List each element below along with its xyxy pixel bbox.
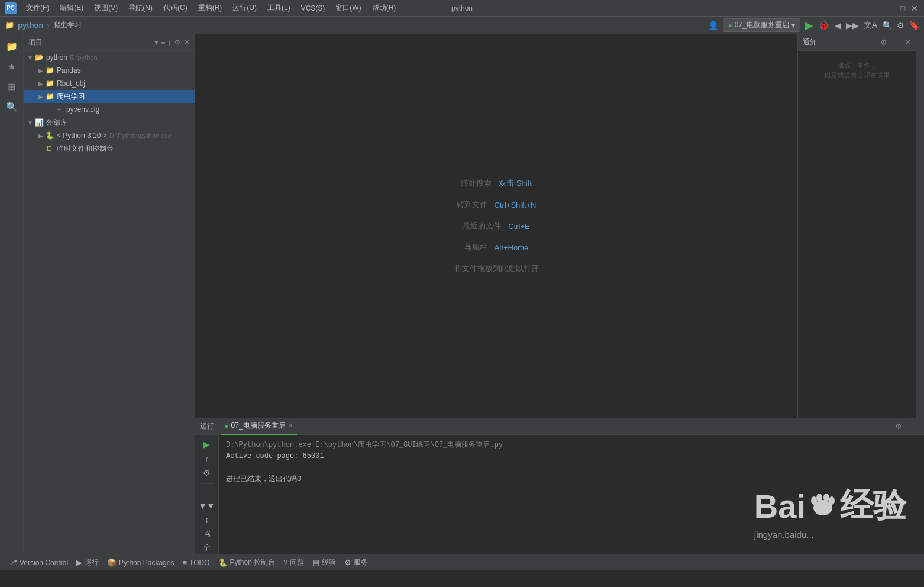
folder-icon: 📁: [45, 66, 54, 75]
hint-text: 最近的文件: [463, 221, 501, 231]
menu-view[interactable]: 视图(V): [89, 1, 122, 15]
hint-key[interactable]: 双击 Shift: [499, 178, 532, 189]
run-clear-button[interactable]: 🗑: [200, 542, 214, 554]
maximize-button[interactable]: □: [898, 4, 907, 13]
run-minimize-icon[interactable]: —: [912, 422, 919, 431]
menu-vcs[interactable]: VCS(S): [296, 2, 330, 14]
breadcrumb-item: 爬虫学习: [53, 20, 82, 30]
menu-file[interactable]: 文件(F): [21, 1, 54, 15]
panel-close[interactable]: ✕: [183, 38, 190, 47]
run-filter-button[interactable]: ▼▼: [200, 500, 214, 512]
run-config-selector[interactable]: ● 07_电脑服务重启 ▾: [723, 18, 800, 32]
statusbar-python-packages[interactable]: 📦 Python Packages: [104, 554, 177, 571]
search-icon[interactable]: 🔍: [882, 21, 892, 30]
hint-text: 随处搜索: [461, 178, 492, 189]
statusbar-experience-label: 经验: [322, 557, 336, 567]
run-tab-icon: ●: [224, 422, 228, 430]
hint-recent-files: 最近的文件 Ctrl+E: [463, 221, 529, 231]
run-up-button[interactable]: ↑: [200, 453, 214, 465]
toolbar-right: 👤 ● 07_电脑服务重启 ▾ ▶ 🐞 ◀ ▶▶ 文A 🔍 ⚙ 🔖: [708, 18, 919, 32]
statusbar-problems[interactable]: ? 问题: [280, 554, 308, 571]
settings-icon[interactable]: ⚙: [897, 21, 904, 30]
minimize-button[interactable]: —: [886, 4, 896, 13]
panel-settings[interactable]: ⚙: [174, 38, 181, 47]
run-settings-button[interactable]: ⚙: [200, 467, 214, 479]
profile-button[interactable]: ▶▶: [846, 21, 859, 30]
statusbar-run[interactable]: ▶ 运行: [73, 554, 102, 571]
notification-title: 通知: [803, 37, 878, 47]
sidebar-icon-bookmark[interactable]: ★: [2, 57, 21, 76]
statusbar-version-control[interactable]: ⎇ Version Control: [5, 554, 72, 571]
hint-key[interactable]: Ctrl+E: [508, 222, 529, 231]
run-print-button[interactable]: 🖨: [200, 528, 214, 540]
run-tab-active[interactable]: ● 07_电脑服务重启 ✕: [221, 418, 296, 435]
menu-help[interactable]: 帮助(H): [367, 1, 401, 15]
translate-icon[interactable]: 文A: [864, 20, 877, 31]
notification-close-icon[interactable]: ✕: [904, 38, 911, 47]
tree-item-python-root[interactable]: ▼ 📂 python E:\python: [24, 51, 195, 64]
menu-nav[interactable]: 导航(N): [124, 1, 157, 15]
menu-refactor[interactable]: 重构(R): [193, 1, 227, 15]
run-output-line-2: Active code page: 65001: [226, 451, 917, 462]
statusbar-problems-label: 问题: [290, 557, 304, 567]
menu-tools[interactable]: 工具(L): [263, 1, 295, 15]
tree-path: D:\Python\python.exe: [109, 132, 172, 139]
bookmark-icon[interactable]: 🔖: [909, 21, 919, 30]
project-panel-header: 项目 ▾ ≡ ↕ ⚙ ✕: [24, 34, 195, 51]
tree-section-external[interactable]: ▼ 📊 外部库: [24, 116, 195, 129]
statusbar-run-label: 运行: [85, 557, 99, 567]
temp-icon: 🗒: [45, 144, 54, 153]
run-tab-close-icon[interactable]: ✕: [288, 422, 293, 430]
run-play-button[interactable]: ▶: [200, 438, 214, 450]
hint-text: 导航栏: [464, 242, 487, 253]
run-button[interactable]: ▶: [805, 19, 813, 32]
coverage-button[interactable]: ◀: [835, 21, 841, 30]
tree-path: E:\python: [70, 54, 97, 61]
run-content: ▶ ↑ ⚙ ▼▼ ↕ 🖨 🗑 D:\Python\python.exe E:\p…: [195, 435, 924, 554]
tree-item-rbot[interactable]: ▶ 📁 Rbot_obj: [24, 77, 195, 90]
git-icon: ⎇: [8, 558, 17, 567]
menu-edit[interactable]: 编辑(E): [55, 1, 88, 15]
problems-icon: ?: [283, 558, 287, 567]
statusbar-python-console[interactable]: 🐍 Python 控制台: [215, 554, 279, 571]
notification-settings-icon[interactable]: ⚙: [880, 38, 887, 47]
tree-item-python310[interactable]: ▶ 🐍 < Python 3.10 > D:\Python\python.exe: [24, 129, 195, 142]
panel-expand-all[interactable]: ↕: [168, 38, 172, 47]
app-logo: PC: [5, 2, 17, 14]
tree-item-crawler[interactable]: ▶ 📁 爬虫学习: [24, 90, 195, 103]
close-button[interactable]: ✕: [910, 4, 919, 13]
tree-item-pandas[interactable]: ▶ 📁 Pandas: [24, 64, 195, 77]
arrow-icon: ▼: [26, 118, 34, 127]
menu-code[interactable]: 代码(C): [159, 1, 192, 15]
tree-item-pyvenv[interactable]: ▶ ≡ pyvenv.cfg: [24, 103, 195, 116]
menu-window[interactable]: 窗口(W): [331, 1, 366, 15]
user-icon[interactable]: 👤: [708, 21, 718, 30]
tree-label: python: [46, 53, 67, 62]
menu-run[interactable]: 运行(U): [228, 1, 261, 15]
run-output-line-3: [226, 462, 917, 473]
hint-key[interactable]: Ctrl+Shift+N: [495, 201, 537, 209]
run-settings-icon[interactable]: ⚙: [895, 422, 902, 431]
sidebar-icon-project[interactable]: 📁: [2, 37, 21, 56]
tree-label: 爬虫学习: [57, 92, 85, 102]
panel-collapse-all[interactable]: ≡: [161, 38, 166, 47]
packages-icon: 📦: [107, 558, 117, 567]
debug-button[interactable]: 🐞: [818, 20, 830, 31]
run-wrap-button[interactable]: ↕: [200, 514, 214, 525]
hint-key[interactable]: Alt+Home: [495, 243, 528, 252]
sidebar-icon-search[interactable]: 🔍: [2, 97, 21, 116]
experience-icon: ▤: [312, 558, 319, 567]
arrow-icon: ▶: [37, 131, 45, 140]
panel-option-dropdown[interactable]: ▾: [154, 38, 159, 47]
statusbar-services[interactable]: ⚙ 服务: [341, 554, 371, 571]
python-console-icon: 🐍: [218, 558, 228, 567]
tree-label: pyvenv.cfg: [66, 105, 99, 114]
python-icon: 🐍: [45, 131, 54, 140]
notification-minimize-icon[interactable]: —: [892, 38, 900, 47]
tree-item-temp[interactable]: ▶ 🗒 临时文件和控制台: [24, 142, 195, 155]
sidebar-icon-structure[interactable]: ⊞: [2, 77, 21, 96]
statusbar-vc-label: Version Control: [20, 559, 68, 567]
statusbar-experience[interactable]: ▤ 经验: [309, 554, 340, 571]
run-output: D:\Python\python.exe E:\python\爬虫学习\07_G…: [219, 435, 924, 554]
statusbar-todo[interactable]: ≡ TODO: [179, 554, 213, 571]
